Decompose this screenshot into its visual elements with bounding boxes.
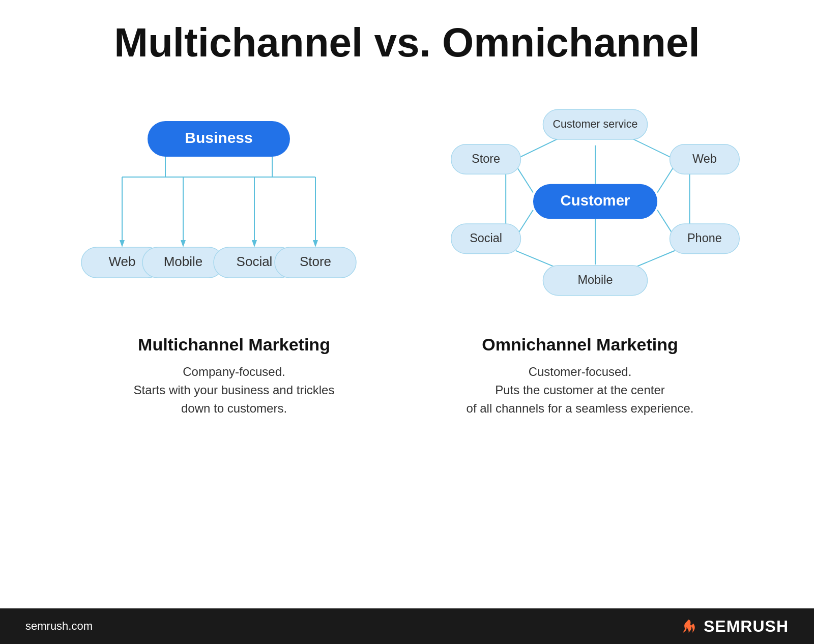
footer: semrush.com SEMRUSH <box>0 608 814 644</box>
semrush-flame-icon <box>678 619 699 634</box>
page-title: Multichannel vs. Omnichannel <box>114 20 700 65</box>
omnichannel-svg: Customer <box>432 96 758 309</box>
multichannel-diagram: Business <box>46 106 392 299</box>
bottom-descriptions: Multichannel Marketing Company-focused. … <box>31 335 783 418</box>
omnichannel-diagram: Customer <box>422 96 768 309</box>
svg-text:Store: Store <box>472 152 500 165</box>
multichannel-desc: Company-focused. Starts with your busine… <box>66 363 402 418</box>
svg-text:Web: Web <box>692 152 717 165</box>
footer-url: semrush.com <box>25 620 93 633</box>
semrush-logo: SEMRUSH <box>678 617 789 636</box>
svg-text:Mobile: Mobile <box>164 254 203 269</box>
svg-text:Customer: Customer <box>561 192 630 209</box>
svg-text:Mobile: Mobile <box>577 273 613 286</box>
semrush-brand-name: SEMRUSH <box>704 617 789 636</box>
svg-marker-9 <box>181 240 186 247</box>
svg-text:Phone: Phone <box>687 231 722 245</box>
svg-text:Social: Social <box>470 231 502 245</box>
multichannel-title: Multichannel Marketing <box>66 335 402 355</box>
svg-text:Social: Social <box>237 254 273 269</box>
svg-text:Web: Web <box>109 254 136 269</box>
main-content: Multichannel vs. Omnichannel Business <box>0 0 814 608</box>
omnichannel-section: Omnichannel Marketing Customer-focused. … <box>412 335 748 418</box>
multichannel-section: Multichannel Marketing Company-focused. … <box>66 335 402 418</box>
diagrams-row: Business <box>31 96 783 309</box>
svg-line-30 <box>516 165 533 193</box>
omnichannel-desc: Customer-focused. Puts the customer at t… <box>412 363 748 418</box>
svg-text:Store: Store <box>300 254 331 269</box>
svg-marker-7 <box>120 240 125 247</box>
svg-line-26 <box>657 165 675 193</box>
svg-text:Business: Business <box>185 129 252 146</box>
multichannel-svg: Business <box>66 106 371 299</box>
svg-marker-11 <box>252 240 257 247</box>
svg-marker-14 <box>313 240 318 247</box>
omnichannel-title: Omnichannel Marketing <box>412 335 748 355</box>
svg-text:Customer service: Customer service <box>553 118 637 130</box>
